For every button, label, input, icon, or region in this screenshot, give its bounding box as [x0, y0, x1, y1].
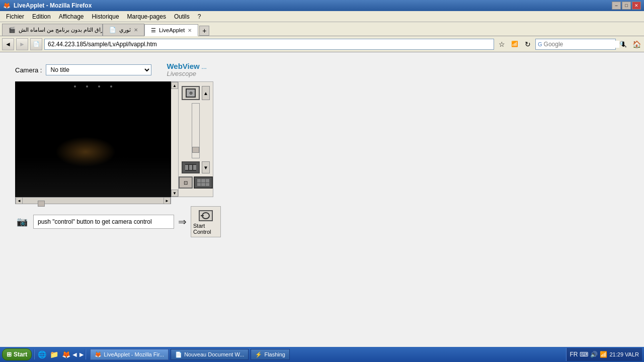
- start-control-icon: [197, 209, 215, 223]
- taskbar: ⊞ Start 🌐 📁 🦊 ◄► 🦊 LiveApplet - Mozilla …: [0, 347, 644, 362]
- video-scrollbar-vertical[interactable]: ▲ ▼: [171, 81, 178, 197]
- browser-content: Camera : No title WebView ... Livescope: [0, 52, 644, 347]
- menu-fichier[interactable]: Fichier: [2, 12, 28, 21]
- task-document[interactable]: 📄 Nouveau Document W...: [171, 349, 249, 360]
- webview-logo-top: WebView: [167, 62, 199, 70]
- tab-label-thawri: ثوري: [119, 27, 131, 33]
- video-display: [15, 81, 171, 197]
- menu-edition[interactable]: Edition: [28, 12, 55, 21]
- new-tab-button[interactable]: +: [199, 26, 209, 36]
- bookmark-star-icon[interactable]: ☆: [496, 39, 507, 50]
- tab-liveapplet[interactable]: ☰ LiveApplet ✕: [144, 24, 198, 36]
- task-document-icon: 📄: [175, 351, 182, 358]
- tab-bar: 🎬 اختراق التام بدون برنامج من اساماه الش…: [0, 22, 644, 36]
- tab-label-arabic: اختراق التام بدون برنامج من اساماه الش..…: [19, 27, 103, 33]
- livescope-container: Camera : No title WebView ... Livescope: [15, 62, 629, 237]
- tab-label-liveapplet: LiveApplet: [159, 27, 185, 33]
- menu-bar: Fichier Edition Affichage Historique Mar…: [0, 11, 644, 22]
- maximize-button[interactable]: □: [622, 2, 631, 10]
- camera-label: Camera :: [15, 66, 42, 74]
- title-bar: 🦊 LiveApplet - Mozilla Firefox – □ ✕: [0, 0, 644, 11]
- quicklaunch-nav-icon[interactable]: ◄►: [73, 349, 83, 359]
- single-view-button[interactable]: ⊡: [179, 176, 193, 189]
- menu-historique[interactable]: Historique: [88, 12, 123, 21]
- search-engine-icon: G: [538, 41, 542, 47]
- tab-thawri[interactable]: 📄 ثوري ✕: [103, 24, 144, 36]
- tray-volume-icon[interactable]: 🔊: [590, 351, 598, 358]
- menu-affichage[interactable]: Affichage: [55, 12, 88, 21]
- scroll-right-button[interactable]: ►: [164, 197, 171, 204]
- arrow-icon: ⇒: [178, 216, 187, 228]
- task-flashing-icon: ⚡: [255, 351, 262, 358]
- quick-launch-icons: 🌐 📁 🦊 ◄►: [37, 349, 83, 359]
- snapshot-button[interactable]: 📷: [15, 215, 29, 229]
- scroll-up-button[interactable]: ▲: [171, 82, 178, 89]
- tray-network-icon[interactable]: 📶: [600, 351, 607, 358]
- task-liveapplet-icon: 🦊: [95, 351, 102, 358]
- search-box: G 🔍: [535, 39, 616, 50]
- taskbar-divider2: [85, 349, 86, 359]
- system-tray: FR ⌨ 🔊 📶 21:29 VALR: [566, 348, 642, 361]
- forward-button[interactable]: ►: [16, 38, 28, 50]
- video-scrollbar-horizontal[interactable]: ◄ ►: [15, 197, 171, 204]
- right-controls-panel: ⚙ ▲: [178, 81, 213, 197]
- tab-icon-arabic: 🎬: [9, 27, 16, 33]
- download-icon[interactable]: ⬇: [618, 39, 629, 50]
- menu-outils[interactable]: Outils: [170, 12, 194, 21]
- tray-keyboard-icon[interactable]: ⌨: [580, 351, 588, 358]
- camera-select[interactable]: No title: [46, 64, 151, 75]
- home-button[interactable]: 🏠: [631, 39, 642, 50]
- zoom-slider[interactable]: [192, 103, 200, 158]
- window-title: LiveApplet - Mozilla Firefox: [14, 2, 92, 9]
- rss-icon[interactable]: 📶: [509, 39, 520, 50]
- webview-logo-dots: ...: [201, 63, 207, 70]
- search-input[interactable]: [544, 41, 619, 48]
- ptz-power-button[interactable]: ⚙: [182, 86, 200, 100]
- taskbar-divider: [34, 349, 35, 359]
- webview-logo: WebView ... Livescope: [167, 62, 207, 77]
- close-button[interactable]: ✕: [632, 2, 641, 10]
- minimize-button[interactable]: –: [612, 2, 621, 10]
- multi-view-button[interactable]: [194, 176, 213, 189]
- tab-close-liveapplet[interactable]: ✕: [188, 28, 192, 33]
- ptz-down-button[interactable]: ▼: [202, 161, 210, 173]
- menu-help[interactable]: ?: [194, 12, 205, 21]
- back-button[interactable]: ◄: [2, 38, 14, 50]
- scroll-track-v[interactable]: [171, 89, 178, 190]
- refresh-button[interactable]: ↻: [522, 39, 533, 50]
- task-flashing[interactable]: ⚡ Flashing: [251, 349, 290, 360]
- tray-time: 21:29 VALR: [609, 351, 639, 357]
- scroll-left-button[interactable]: ◄: [16, 197, 23, 204]
- task-document-label: Nouveau Document W...: [184, 351, 244, 357]
- start-control-button[interactable]: Start Control: [191, 206, 221, 237]
- tab-icon-liveapplet: ☰: [151, 27, 156, 34]
- quicklaunch-folder-icon[interactable]: 📁: [49, 349, 59, 359]
- quicklaunch-browser-icon[interactable]: 🦊: [61, 349, 71, 359]
- bottom-bar: 📷 push "control" button to get camera co…: [15, 206, 629, 237]
- zoom-control-button[interactable]: [182, 161, 200, 173]
- control-message: push "control" button to get camera cont…: [33, 215, 174, 229]
- tab-arabic[interactable]: 🎬 اختراق التام بدون برنامج من اساماه الش…: [2, 24, 103, 36]
- task-flashing-label: Flashing: [264, 351, 285, 357]
- webview-logo-bottom: Livescope: [167, 70, 196, 77]
- windows-logo-icon: ⊞: [7, 351, 12, 358]
- task-liveapplet[interactable]: 🦊 LiveApplet - Mozilla Fir...: [90, 349, 169, 360]
- taskbar-tasks: 🦊 LiveApplet - Mozilla Fir... 📄 Nouveau …: [88, 349, 564, 360]
- ptz-up-button[interactable]: ▲: [202, 86, 210, 100]
- address-input[interactable]: [44, 39, 494, 50]
- tab-icon-thawri: 📄: [109, 27, 116, 33]
- firefox-icon: 🦊: [3, 2, 11, 9]
- task-liveapplet-label: LiveApplet - Mozilla Fir...: [104, 351, 164, 357]
- start-button[interactable]: ⊞ Start: [2, 348, 32, 360]
- scroll-down-button[interactable]: ▼: [171, 190, 178, 197]
- bookmark-icon[interactable]: 📄: [30, 38, 42, 50]
- tab-close-thawri[interactable]: ✕: [134, 27, 138, 33]
- start-control-label[interactable]: Start Control: [193, 223, 218, 235]
- quicklaunch-ie-icon[interactable]: 🌐: [37, 349, 47, 359]
- address-bar: ◄ ► 📄 ☆ 📶 ↻ G 🔍 ⬇ 🏠: [0, 36, 644, 52]
- menu-marquepages[interactable]: Marque-pages: [123, 12, 170, 21]
- tray-lang-icon[interactable]: FR: [570, 351, 578, 358]
